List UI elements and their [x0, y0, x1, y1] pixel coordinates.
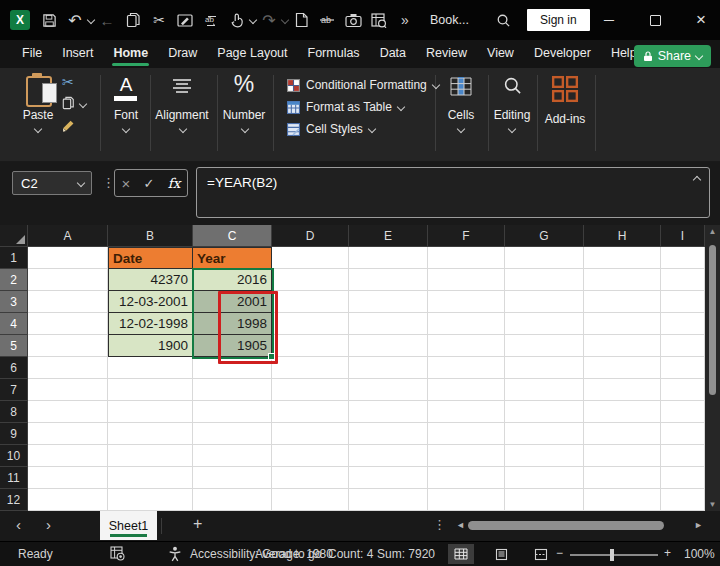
- back-icon[interactable]: ←: [96, 12, 118, 29]
- cell-F8[interactable]: [428, 401, 505, 423]
- cell-C8[interactable]: [193, 401, 272, 423]
- cell-G6[interactable]: [505, 357, 584, 379]
- cell-A1[interactable]: [28, 247, 108, 269]
- zoom-out-button[interactable]: −: [556, 546, 563, 560]
- row-header-3[interactable]: 3: [0, 291, 28, 313]
- cell-D3[interactable]: [272, 291, 349, 313]
- cell-F9[interactable]: [428, 423, 505, 445]
- alignment-dropdown-icon[interactable]: [179, 125, 187, 133]
- collapse-formula-bar-icon[interactable]: [693, 176, 701, 184]
- scroll-right-icon[interactable]: ►: [694, 520, 703, 530]
- select-all-corner[interactable]: [0, 225, 28, 247]
- copy-button-icon[interactable]: [62, 96, 75, 110]
- page-layout-view-button[interactable]: [488, 544, 514, 564]
- cell-A7[interactable]: [28, 379, 108, 401]
- scroll-up-icon[interactable]: ▲: [705, 227, 720, 236]
- copy-dropdown-icon[interactable]: [79, 100, 87, 108]
- formula-input[interactable]: =YEAR(B2): [196, 167, 710, 218]
- cell-A9[interactable]: [28, 423, 108, 445]
- tab-review[interactable]: Review: [416, 40, 477, 68]
- save-icon[interactable]: [38, 13, 60, 28]
- name-box-dropdown-icon[interactable]: [77, 179, 85, 187]
- cell-B7[interactable]: [108, 379, 193, 401]
- cell-styles-button[interactable]: Cell Styles: [287, 122, 375, 136]
- cell-H9[interactable]: [584, 423, 661, 445]
- cell-G7[interactable]: [505, 379, 584, 401]
- search-icon[interactable]: [496, 13, 511, 28]
- cell-F12[interactable]: [428, 489, 505, 511]
- cell-H5[interactable]: [584, 335, 661, 357]
- cell-E5[interactable]: [349, 335, 428, 357]
- cells-dropdown-icon[interactable]: [457, 125, 465, 133]
- zoom-slider-track[interactable]: [570, 554, 658, 556]
- name-box[interactable]: C2: [12, 171, 92, 195]
- next-sheet-icon[interactable]: ›: [46, 516, 51, 533]
- cell-I6[interactable]: [661, 357, 705, 379]
- sign-in-button[interactable]: Sign in: [527, 9, 590, 31]
- page-break-view-button[interactable]: [528, 544, 554, 564]
- editing-dropdown-icon[interactable]: [508, 125, 516, 133]
- sheet-options-icon[interactable]: ⋮: [433, 517, 446, 532]
- cell-G8[interactable]: [505, 401, 584, 423]
- zoom-slider-thumb[interactable]: [610, 549, 614, 561]
- row-header-1[interactable]: 1: [0, 247, 28, 269]
- cell-D10[interactable]: [272, 445, 349, 467]
- cell-F6[interactable]: [428, 357, 505, 379]
- cell-A10[interactable]: [28, 445, 108, 467]
- vertical-scrollbar-thumb[interactable]: [709, 245, 716, 395]
- share-button[interactable]: Share: [634, 45, 711, 67]
- column-header-B[interactable]: B: [108, 225, 193, 247]
- column-header-A[interactable]: A: [28, 225, 108, 247]
- cell-F2[interactable]: [428, 269, 505, 291]
- horizontal-scrollbar-thumb[interactable]: [468, 521, 664, 530]
- cell-D1[interactable]: [272, 247, 349, 269]
- cell-D12[interactable]: [272, 489, 349, 511]
- tab-view[interactable]: View: [477, 40, 524, 68]
- tab-data[interactable]: Data: [370, 40, 416, 68]
- cut-icon[interactable]: ✂: [148, 12, 170, 28]
- cell-F4[interactable]: [428, 313, 505, 335]
- cell-B10[interactable]: [108, 445, 193, 467]
- font-dropdown-icon[interactable]: [122, 125, 130, 133]
- tab-formulas[interactable]: Formulas: [298, 40, 370, 68]
- cell-C3[interactable]: 2001: [193, 291, 272, 313]
- cell-H8[interactable]: [584, 401, 661, 423]
- cell-H12[interactable]: [584, 489, 661, 511]
- cell-D7[interactable]: [272, 379, 349, 401]
- row-header-5[interactable]: 5: [0, 335, 28, 357]
- row-header-10[interactable]: 10: [0, 445, 28, 467]
- scroll-left-icon[interactable]: ◄: [456, 520, 465, 530]
- column-header-C[interactable]: C: [193, 225, 272, 247]
- row-header-9[interactable]: 9: [0, 423, 28, 445]
- column-header-D[interactable]: D: [272, 225, 349, 247]
- touch-mode-icon[interactable]: [226, 13, 248, 28]
- cell-C1[interactable]: Year: [193, 247, 272, 269]
- format-as-table-button[interactable]: Format as Table: [287, 100, 404, 114]
- cell-D8[interactable]: [272, 401, 349, 423]
- column-header-E[interactable]: E: [349, 225, 428, 247]
- cell-E4[interactable]: [349, 313, 428, 335]
- new-file-icon[interactable]: [290, 12, 312, 28]
- strikethrough-icon[interactable]: ab: [316, 13, 338, 27]
- minimize-button[interactable]: ─: [592, 0, 626, 40]
- zoom-in-button[interactable]: +: [664, 546, 671, 560]
- cell-E11[interactable]: [349, 467, 428, 489]
- tab-home[interactable]: Home: [103, 40, 158, 68]
- number-dropdown-icon[interactable]: [241, 125, 249, 133]
- cut-button-icon[interactable]: ✂: [62, 74, 74, 90]
- cell-F5[interactable]: [428, 335, 505, 357]
- cell-E1[interactable]: [349, 247, 428, 269]
- row-header-11[interactable]: 11: [0, 467, 28, 489]
- cell-E8[interactable]: [349, 401, 428, 423]
- cell-A8[interactable]: [28, 401, 108, 423]
- undo-icon[interactable]: ↶: [64, 11, 86, 30]
- cell-A4[interactable]: [28, 313, 108, 335]
- draw-tools-icon[interactable]: [174, 13, 196, 27]
- cell-B1[interactable]: Date: [108, 247, 193, 269]
- macro-record-icon[interactable]: [110, 546, 125, 561]
- cell-I4[interactable]: [661, 313, 705, 335]
- cell-D4[interactable]: [272, 313, 349, 335]
- row-header-4[interactable]: 4: [0, 313, 28, 335]
- row-header-6[interactable]: 6: [0, 357, 28, 379]
- cell-E2[interactable]: [349, 269, 428, 291]
